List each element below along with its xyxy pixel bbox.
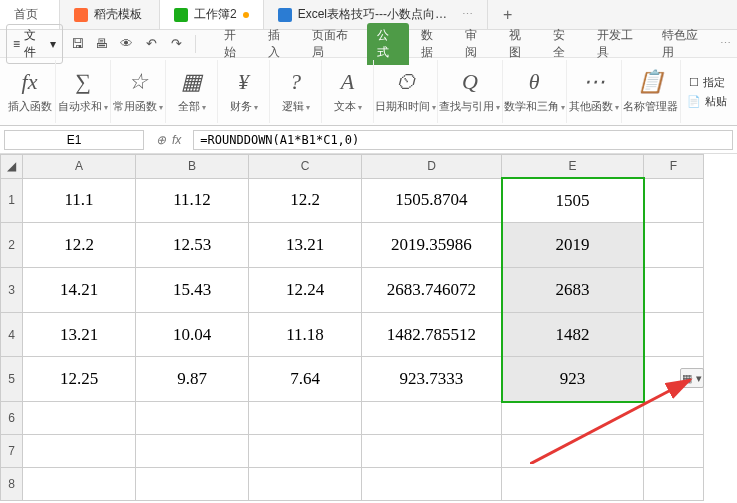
cell[interactable] [23,468,136,501]
ribbon-tab-view[interactable]: 视图 [499,23,541,65]
cell[interactable] [249,435,362,468]
cell[interactable] [249,402,362,435]
group-logical[interactable]: ?逻辑▾ [270,60,322,123]
ribbon-tab-review[interactable]: 审阅 [455,23,497,65]
row-header-8[interactable]: 8 [1,468,23,501]
ribbon-tab-insert[interactable]: 插入 [258,23,300,65]
cell-B1[interactable]: 11.12 [136,178,249,223]
cell-A5[interactable]: 12.25 [23,357,136,402]
cell[interactable] [502,402,644,435]
formula-input[interactable] [193,130,733,150]
cell-C5[interactable]: 7.64 [249,357,362,402]
ribbon-tab-devtools[interactable]: 开发工具 [587,23,651,65]
cell-F2[interactable] [644,223,704,268]
preview-icon[interactable]: 👁 [116,34,137,54]
cell[interactable] [362,402,502,435]
group-datetime[interactable]: ⏲日期和时间▾ [374,60,438,123]
file-menu[interactable]: ≡ 文件 ▾ [6,24,63,64]
select-all-corner[interactable]: ◢ [1,155,23,179]
cell[interactable] [644,468,704,501]
group-other[interactable]: ⋯其他函数▾ [567,60,622,123]
cell-A2[interactable]: 12.2 [23,223,136,268]
cell-B4[interactable]: 10.04 [136,312,249,357]
cell-B5[interactable]: 9.87 [136,357,249,402]
ribbon-tab-layout[interactable]: 页面布局 [302,23,366,65]
cell-D3[interactable]: 2683.746072 [362,267,502,312]
group-text[interactable]: A文本▾ [322,60,374,123]
cell[interactable] [136,402,249,435]
col-header-D[interactable]: D [362,155,502,179]
cell-E2[interactable]: 2019 [502,223,644,268]
save-icon[interactable]: 🖫 [67,34,88,54]
cell-C4[interactable]: 11.18 [249,312,362,357]
cell[interactable] [502,435,644,468]
close-icon[interactable]: ⋯ [462,8,473,21]
print-icon[interactable]: 🖶 [92,34,113,54]
cell[interactable] [249,468,362,501]
row-header-3[interactable]: 3 [1,267,23,312]
group-financial[interactable]: ¥财务▾ [218,60,270,123]
undo-icon[interactable]: ↶ [141,34,162,54]
ribbon-tab-formula[interactable]: 公式 [367,23,409,65]
row-header-4[interactable]: 4 [1,312,23,357]
cell-C1[interactable]: 12.2 [249,178,362,223]
ribbon-tab-safety[interactable]: 安全 [543,23,585,65]
cell[interactable] [136,468,249,501]
autofill-smart-tag[interactable]: ▦ ▾ [680,368,704,388]
group-name-manager[interactable]: 📋名称管理器 [622,60,681,123]
cell[interactable] [23,402,136,435]
col-header-F[interactable]: F [644,155,704,179]
cell[interactable] [362,468,502,501]
cell[interactable] [644,435,704,468]
cell-B3[interactable]: 15.43 [136,267,249,312]
col-header-E[interactable]: E [502,155,644,179]
ribbon-tab-data[interactable]: 数据 [411,23,453,65]
cell[interactable] [23,435,136,468]
group-math[interactable]: θ数学和三角▾ [503,60,567,123]
group-lookup[interactable]: Q查找与引用▾ [438,60,502,123]
cell-A3[interactable]: 14.21 [23,267,136,312]
col-header-A[interactable]: A [23,155,136,179]
cell-D4[interactable]: 1482.785512 [362,312,502,357]
cell-E5[interactable]: 923 [502,357,644,402]
cell-E3[interactable]: 2683 [502,267,644,312]
cell[interactable] [136,435,249,468]
group-assign-paste[interactable]: ☐指定 📄粘贴 [681,60,733,123]
cell-F3[interactable] [644,267,704,312]
group-autosum[interactable]: ∑自动求和▾ [56,60,111,123]
cell-E1[interactable]: 1505 [502,178,644,223]
row-header-5[interactable]: 5 [1,357,23,402]
col-header-B[interactable]: B [136,155,249,179]
ribbon-tab-start[interactable]: 开始 [214,23,256,65]
fx-icon[interactable]: fx [172,133,181,147]
group-all[interactable]: ▦全部▾ [166,60,218,123]
paste-icon: 📄 [687,95,701,108]
cell-A1[interactable]: 11.1 [23,178,136,223]
cell-F1[interactable] [644,178,704,223]
cell-D5[interactable]: 923.7333 [362,357,502,402]
cell-B2[interactable]: 12.53 [136,223,249,268]
row-header-1[interactable]: 1 [1,178,23,223]
cell-F4[interactable] [644,312,704,357]
cell-D1[interactable]: 1505.8704 [362,178,502,223]
ribbon-tab-special[interactable]: 特色应用 [652,23,716,65]
cell-reference-input[interactable] [4,130,144,150]
row-header-2[interactable]: 2 [1,223,23,268]
cell[interactable] [644,402,704,435]
cell-A4[interactable]: 13.21 [23,312,136,357]
cell-C2[interactable]: 13.21 [249,223,362,268]
col-header-C[interactable]: C [249,155,362,179]
lookup-icon[interactable]: ⊕ [156,133,166,147]
tab-templates[interactable]: 稻壳模板 [60,0,160,29]
redo-icon[interactable]: ↷ [166,34,187,54]
cell-D2[interactable]: 2019.35986 [362,223,502,268]
group-insert-function[interactable]: fx插入函数 [4,60,56,123]
group-common[interactable]: ☆常用函数▾ [111,60,166,123]
row-header-7[interactable]: 7 [1,435,23,468]
cell-E4[interactable]: 1482 [502,312,644,357]
cell[interactable] [362,435,502,468]
cell-C3[interactable]: 12.24 [249,267,362,312]
ribbon-overflow[interactable]: ⋯ [720,37,731,50]
row-header-6[interactable]: 6 [1,402,23,435]
cell[interactable] [502,468,644,501]
